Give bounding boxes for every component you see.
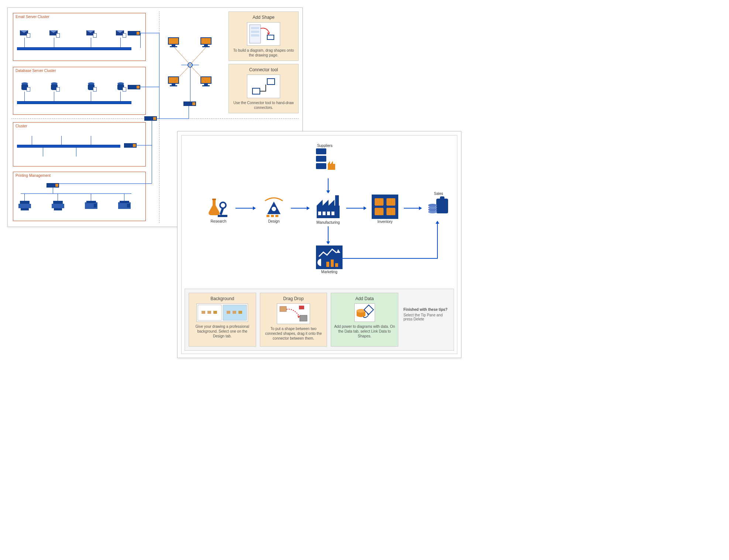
svg-rect-18 (251, 27, 259, 29)
multifunction-printer-icon[interactable] (118, 201, 131, 210)
svg-marker-41 (317, 200, 323, 206)
connector-line (159, 33, 159, 118)
svg-rect-50 (375, 198, 384, 206)
core-switch-icon[interactable] (144, 116, 157, 121)
node-sales[interactable]: Sales (424, 191, 453, 218)
svg-rect-10 (120, 201, 129, 203)
cluster-generic-title: Cluster (16, 124, 143, 128)
cluster-database[interactable]: Database Server Cluster (13, 67, 146, 115)
svg-rect-71 (233, 311, 236, 314)
sales-icon (427, 196, 450, 218)
node-design[interactable]: Design (259, 196, 289, 223)
tips-sidebar: Add Shape To build a diagram, drag sh (228, 11, 299, 113)
svg-rect-63 (331, 260, 334, 267)
connector-line (120, 92, 121, 101)
cluster-printing[interactable]: Printing Management (13, 172, 146, 221)
mail-server-icon[interactable] (49, 30, 58, 35)
node-label: Marketing (314, 270, 345, 274)
node-inventory[interactable]: Inventory (368, 195, 402, 224)
mail-server-icon[interactable] (20, 30, 28, 35)
svg-marker-42 (323, 200, 329, 206)
switch-icon[interactable] (47, 183, 59, 188)
connector-line (341, 258, 438, 259)
printer-icon[interactable] (18, 201, 31, 210)
switch-icon[interactable] (124, 143, 137, 148)
svg-rect-34 (218, 215, 227, 217)
connector-line (136, 145, 152, 145)
terminal-icon[interactable] (200, 76, 212, 86)
tip-background[interactable]: Background Give your d (189, 293, 256, 347)
multifunction-printer-icon[interactable] (85, 201, 97, 210)
svg-rect-64 (335, 263, 338, 267)
db-server-icon[interactable] (88, 83, 94, 90)
arrow-icon (328, 226, 329, 244)
svg-rect-28 (328, 164, 335, 170)
svg-marker-29 (328, 161, 330, 164)
node-marketing[interactable]: Marketing (314, 245, 345, 274)
tip-add-shape[interactable]: Add Shape To build a diagram, drag sh (228, 11, 299, 61)
svg-rect-11 (127, 204, 130, 207)
terminal-icon[interactable] (168, 37, 179, 47)
svg-marker-30 (331, 161, 333, 164)
svg-rect-8 (94, 204, 97, 207)
switch-icon[interactable] (128, 85, 140, 89)
tip-text: To build a diagram, drag shapes onto the… (232, 48, 295, 58)
tip-connector-tool[interactable]: Connector tool Use the Connector tool to… (228, 64, 299, 113)
tip-text: Add power to diagrams with data. On the … (334, 324, 395, 339)
svg-line-12 (174, 47, 190, 65)
cluster-bus[interactable] (17, 145, 120, 148)
printer-icon[interactable] (52, 201, 64, 210)
switch-icon[interactable] (128, 31, 140, 35)
suppliers-icon (314, 148, 336, 170)
tip-thumbnail (277, 303, 310, 324)
tip-add-data[interactable]: Add Data Add power to diagrams with data… (331, 293, 398, 347)
terminal-icon[interactable] (200, 37, 212, 47)
node-suppliers[interactable]: Suppliers (310, 143, 340, 170)
node-research[interactable]: Research (204, 196, 233, 223)
hub-icon[interactable] (188, 62, 193, 68)
svg-rect-2 (21, 208, 29, 210)
svg-marker-43 (329, 200, 334, 206)
svg-rect-4 (52, 204, 64, 208)
svg-rect-55 (440, 196, 444, 200)
connector-line (59, 183, 152, 184)
svg-rect-47 (327, 212, 330, 215)
svg-rect-52 (375, 208, 384, 215)
tip-drag-drop[interactable]: Drag Drop To put a shape between two con… (260, 293, 327, 347)
arrow-icon (328, 178, 329, 193)
svg-rect-20 (251, 34, 259, 37)
tip-thumbnail (354, 303, 375, 322)
mail-server-icon[interactable] (116, 30, 124, 35)
process-diagram-panel: Suppliers (177, 131, 461, 358)
process-canvas: Suppliers (181, 135, 457, 354)
node-label: Inventory (368, 220, 402, 224)
svg-rect-21 (267, 35, 274, 39)
cluster-email[interactable]: Email Server Cluster (13, 13, 146, 61)
connector-line (53, 188, 53, 193)
svg-rect-1 (18, 204, 31, 208)
svg-rect-69 (213, 311, 217, 314)
svg-rect-73 (280, 306, 286, 312)
tip-title: Background (192, 296, 253, 301)
cluster-generic[interactable]: Cluster (13, 122, 146, 166)
cluster-bus[interactable] (17, 47, 131, 50)
db-server-icon[interactable] (117, 83, 124, 90)
tip-text: Give your drawing a professional backgro… (192, 324, 253, 339)
connector-line (189, 106, 189, 118)
mail-server-icon[interactable] (86, 30, 94, 35)
svg-rect-62 (326, 262, 329, 267)
connector-line (24, 92, 25, 101)
svg-rect-26 (316, 156, 326, 162)
node-label: Manufacturing (312, 220, 345, 224)
switch-icon[interactable] (183, 102, 196, 106)
db-server-icon[interactable] (51, 83, 58, 90)
tips-row: Background Give your d (185, 289, 454, 351)
svg-rect-38 (271, 215, 274, 217)
cluster-bus[interactable] (17, 101, 131, 104)
svg-rect-53 (386, 208, 395, 215)
node-manufacturing[interactable]: Manufacturing (312, 194, 345, 224)
db-server-icon[interactable] (21, 83, 28, 90)
connector-line (24, 193, 25, 201)
svg-rect-24 (252, 88, 260, 94)
terminal-icon[interactable] (168, 76, 179, 86)
